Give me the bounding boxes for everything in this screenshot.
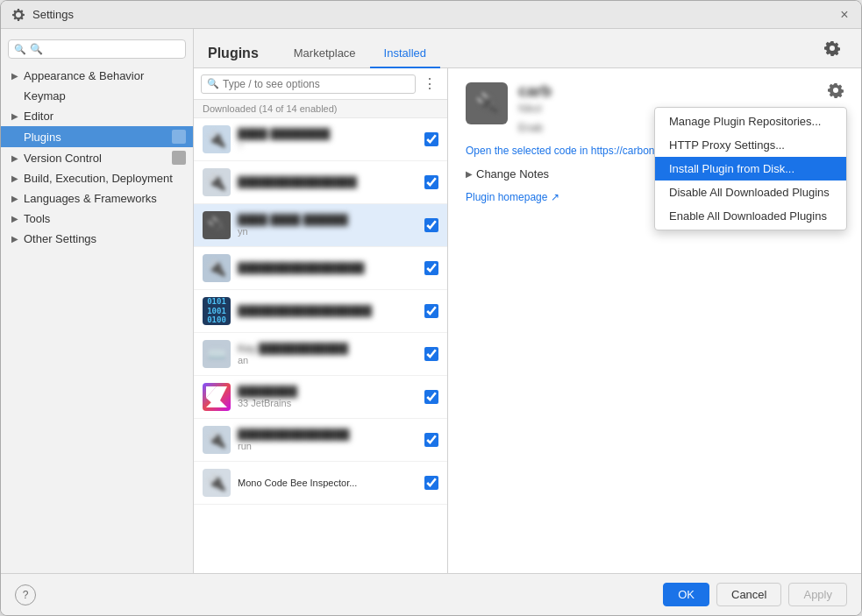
plugin-info: ███████████████ run (238, 428, 417, 451)
plugin-checkbox[interactable] (424, 347, 438, 361)
dropdown-item-http-proxy[interactable]: HTTP Proxy Settings... (655, 133, 846, 157)
sidebar-search-icon: 🔍 (14, 44, 26, 55)
plugin-checkbox[interactable] (424, 304, 438, 318)
arrow-icon: ▶ (11, 214, 18, 223)
plugin-icon: 🔌 (203, 254, 231, 282)
sidebar-item-label: Build, Execution, Deployment (24, 172, 186, 185)
plugin-desc: an (238, 355, 417, 365)
plugin-list-toolbar: 🔍 ⋮ (194, 68, 447, 100)
sidebar-item-other[interactable]: ▶ Other Settings (1, 229, 193, 249)
plugin-desc: ? (238, 140, 417, 151)
plugin-icon (203, 383, 231, 411)
dropdown-item-disable-all[interactable]: Disable All Downloaded Plugins (655, 181, 846, 204)
plugin-checkbox[interactable] (424, 476, 438, 490)
sidebar-item-label: Appearance & Behavior (24, 69, 186, 82)
plugin-checkbox[interactable] (424, 261, 438, 275)
plugin-name: ██████████████████ (238, 305, 417, 317)
plugin-name: ███████████████ (238, 428, 417, 441)
sidebar-item-label: Plugins (11, 131, 168, 144)
arrow-icon: ▶ (11, 173, 18, 183)
sidebar-item-plugins[interactable]: Plugins (1, 126, 193, 147)
change-notes-arrow: ▶ (466, 169, 473, 179)
help-button[interactable]: ? (15, 584, 36, 605)
plugin-list: 🔍 ⋮ Downloaded (14 of 14 enabled) 🔌 (194, 68, 448, 573)
plugin-info: Key ████████████ an (238, 343, 417, 365)
plugin-name: ████ ████████ (238, 128, 417, 140)
list-item[interactable]: 🔌 ████ ████ ██████ yn (194, 204, 447, 247)
sidebar-item-label: Editor (24, 110, 186, 123)
sidebar-item-tools[interactable]: ▶ Tools (1, 209, 193, 229)
sidebar-item-appearance[interactable]: ▶ Appearance & Behavior (1, 66, 193, 86)
plugin-checkbox[interactable] (424, 433, 438, 447)
plugin-more-button[interactable]: ⋮ (419, 74, 440, 94)
detail-settings-gear[interactable] (828, 82, 844, 102)
plugin-name: Mono Code Bee Inspector... (238, 478, 417, 488)
change-notes-label: Change Notes (476, 167, 549, 181)
plugin-icon: 🔌 (203, 168, 231, 196)
plugin-name: ████ ████ ██████ (238, 214, 417, 226)
right-panel: Plugins Marketplace Installed � (194, 29, 861, 573)
dropdown-item-manage-repos[interactable]: Manage Plugin Repositories... (655, 110, 846, 133)
sidebar-item-languages[interactable]: ▶ Languages & Frameworks (1, 188, 193, 209)
dropdown-item-install-disk[interactable]: Install Plugin from Disk... (655, 157, 846, 181)
cancel-button[interactable]: Cancel (716, 583, 781, 606)
list-item[interactable]: ⌨️ Key ████████████ an (194, 333, 447, 376)
settings-window: Settings × 🔍 ▶ Appearance & Behavior Key… (0, 0, 862, 616)
plugin-name: Key ████████████ (238, 343, 417, 355)
arrow-icon: ▶ (11, 194, 18, 203)
window-title: Settings (32, 8, 838, 21)
plugin-name: ████████ (238, 386, 417, 398)
gear-button[interactable] (817, 40, 847, 60)
plugin-desc: 33 JetBrains (238, 398, 417, 408)
vc-badge (172, 151, 186, 165)
arrow-icon: ▶ (11, 111, 18, 121)
plugin-desc: run (238, 441, 417, 451)
ok-button[interactable]: OK (663, 583, 709, 606)
footer: ? OK Cancel Apply (1, 573, 861, 615)
tab-marketplace[interactable]: Marketplace (280, 39, 370, 68)
sidebar-item-label: Version Control (24, 152, 168, 165)
dropdown-item-enable-all[interactable]: Enable All Downloaded Plugins (655, 204, 846, 228)
plugin-search-icon: 🔍 (207, 78, 219, 89)
plugin-icon: 🔌 (203, 469, 231, 497)
detail-gear-icon (828, 82, 844, 98)
list-item[interactable]: 010110010100 ██████████████████ (194, 290, 447, 333)
arrow-icon: ▶ (11, 153, 18, 163)
sidebar: 🔍 ▶ Appearance & Behavior Keymap ▶ Edito… (1, 29, 194, 573)
plugin-info: ████ ████████ ? (238, 128, 417, 151)
plugin-checkbox[interactable] (424, 218, 438, 232)
plugins-badge (172, 130, 186, 144)
list-item[interactable]: 🔌 ███████████████ run (194, 419, 447, 462)
plugin-checkbox[interactable] (424, 175, 438, 189)
list-item[interactable]: 🔌 Mono Code Bee Inspector... (194, 462, 447, 505)
plugin-icon: 🔌 (203, 426, 231, 454)
sidebar-item-version-control[interactable]: ▶ Version Control (1, 147, 193, 168)
sidebar-item-label: Languages & Frameworks (24, 192, 186, 205)
sidebar-search-box[interactable]: 🔍 (8, 39, 186, 59)
list-item[interactable]: 🔌 ████████████████ (194, 161, 447, 204)
list-item[interactable]: 🔌 ████ ████████ ? (194, 118, 447, 161)
plugin-search-box[interactable]: 🔍 (201, 74, 416, 94)
plugin-icon: 010110010100 (203, 297, 231, 325)
tab-installed[interactable]: Installed (370, 39, 440, 68)
arrow-icon: ▶ (11, 234, 18, 244)
sidebar-search-input[interactable] (30, 43, 180, 55)
apply-button[interactable]: Apply (788, 583, 847, 606)
sidebar-item-editor[interactable]: ▶ Editor (1, 106, 193, 126)
plugin-icon: 🔌 (203, 125, 231, 153)
plugin-info: Mono Code Bee Inspector... (238, 478, 417, 488)
arrow-icon: ▶ (11, 71, 18, 81)
sidebar-item-keymap[interactable]: Keymap (1, 86, 193, 106)
plugin-checkbox[interactable] (424, 132, 438, 146)
plugin-info: ██████████████████ (238, 305, 417, 317)
list-item[interactable]: 🔌 █████████████████ (194, 247, 447, 290)
plugin-search-input[interactable] (223, 78, 410, 90)
detail-icon: 🔌 (466, 82, 508, 124)
close-button[interactable]: × (838, 9, 851, 21)
sidebar-item-label: Keymap (11, 89, 186, 103)
plugin-info: ████████████████ (238, 176, 417, 188)
gear-icon (824, 40, 840, 56)
plugin-checkbox[interactable] (424, 390, 438, 404)
sidebar-item-build[interactable]: ▶ Build, Execution, Deployment (1, 168, 193, 188)
list-item[interactable]: ████████ 33 JetBrains (194, 376, 447, 419)
